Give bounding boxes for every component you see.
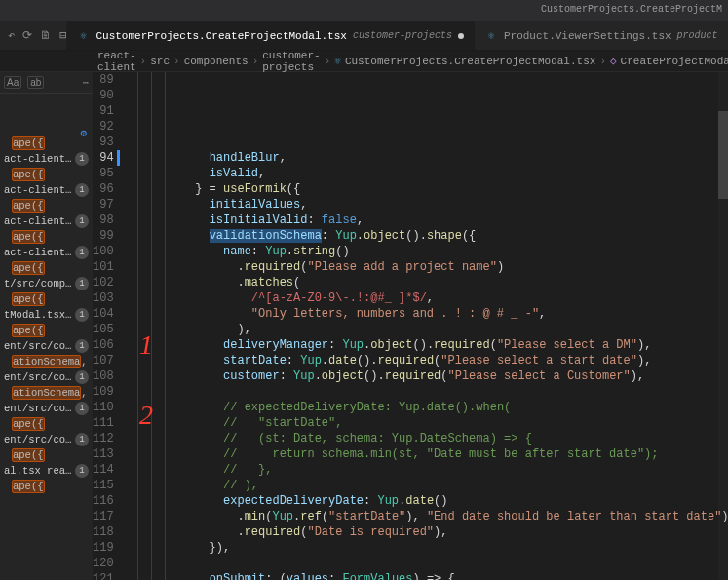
code-line[interactable]: startDate: Yup.date().required("Please s… (139, 353, 728, 368)
search-result-line[interactable]: ape({ (0, 324, 93, 337)
search-result-file[interactable]: act-client/src/…1 (0, 244, 93, 261)
search-result-file[interactable]: ent/src/comp…1 (0, 337, 93, 355)
tab-bar: ↶ ⟳ 🗎 ⊟ ⚛ CustomerProjects.CreateProject… (0, 21, 728, 51)
go-back-icon[interactable]: ↶ (8, 28, 15, 43)
window-title: CustomerProjects.CreateProjectM (0, 0, 728, 21)
search-result-line[interactable]: ape({ (0, 168, 93, 181)
more-options-icon[interactable]: ⋯ (50, 76, 89, 89)
code-line[interactable]: .matches( (139, 275, 728, 290)
search-result-line[interactable]: ationSchema, (0, 386, 93, 400)
code-line[interactable]: "Only letters, numbers and . ! : @ # _ -… (139, 306, 728, 322)
tab-label: CustomerProjects.CreateProjectModal.tsx (96, 30, 346, 42)
tab-label: Product.ViewerSettings.tsx (504, 30, 671, 42)
gear-icon[interactable]: ⚙ (81, 127, 87, 139)
code-line[interactable]: handleBlur, (139, 150, 728, 166)
code-line[interactable]: // "startDate", (139, 415, 728, 431)
code-line[interactable] (139, 384, 728, 400)
code-line[interactable]: // return schema.min(st, "Date must be a… (139, 446, 728, 462)
scrollbar-thumb[interactable] (718, 111, 728, 199)
code-area[interactable]: handleBlur, isValid, } = useFormik({ ini… (124, 72, 728, 580)
new-file-icon[interactable]: 🗎 (40, 28, 52, 43)
search-sidebar: Aa ab ⋯ ⚙ ape({act-client/src/…1ape({act… (0, 72, 93, 580)
search-result-line[interactable]: ape({ (0, 480, 93, 493)
breadcrumb-seg[interactable]: src (150, 56, 170, 67)
search-result-line[interactable]: ape({ (0, 261, 93, 275)
code-editor[interactable]: 8990919293949596979899100101102103104105… (93, 72, 728, 580)
code-line[interactable]: initialValues, (139, 197, 728, 213)
tab-actions: ↶ ⟳ 🗎 ⊟ (0, 21, 66, 50)
search-result-line[interactable]: ape({ (0, 230, 93, 244)
code-line[interactable]: isValid, (139, 166, 728, 181)
search-result-file[interactable]: act-client/src/…1 (0, 181, 93, 199)
search-result-line[interactable]: ape({ (0, 199, 93, 213)
search-result-file[interactable]: tModal.tsx r…1 (0, 306, 93, 324)
breadcrumb-seg[interactable]: react-client (97, 50, 136, 73)
dirty-indicator-icon (458, 33, 464, 39)
search-result-file[interactable]: ent/src/comp…1 (0, 400, 93, 417)
code-line[interactable]: ), (139, 322, 728, 337)
search-options: Aa ab ⋯ (0, 72, 93, 94)
search-result-file[interactable]: t/src/compon…1 (0, 275, 93, 292)
code-line[interactable]: // ), (139, 478, 728, 493)
breadcrumb-file[interactable]: CustomerProjects.CreateProjectModal.tsx (345, 56, 595, 67)
search-result-line[interactable]: ationSchema, (0, 355, 93, 368)
line-gutter: 8990919293949596979899100101102103104105… (93, 72, 124, 580)
search-result-file[interactable]: ent/src/co…1 (0, 431, 93, 448)
search-result-line[interactable]: ape({ (0, 448, 93, 462)
breadcrumb-seg[interactable]: customer-projects (262, 50, 320, 73)
code-line[interactable]: } = useFormik({ (139, 181, 728, 197)
code-line[interactable]: onSubmit: (values: FormValues) => { (139, 571, 728, 580)
code-line[interactable]: // }, (139, 462, 728, 478)
tab-folder: customer-projects (353, 30, 452, 41)
code-line[interactable] (139, 556, 728, 571)
code-line[interactable]: .required("Date is required"), (139, 524, 728, 540)
code-line[interactable]: deliveryManager: Yup.object().required("… (139, 337, 728, 353)
search-result-line[interactable]: ape({ (0, 417, 93, 431)
code-line[interactable]: // (st: Date, schema: Yup.DateSchema) =>… (139, 431, 728, 446)
code-line[interactable]: // expectedDeliveryDate: Yup.date().when… (139, 400, 728, 415)
code-line[interactable]: /^[a-zA-Z0-9\-.!:@#_ ]*$/, (139, 290, 728, 306)
react-file-icon: ⚛ (334, 55, 341, 67)
tab-folder: product (677, 30, 718, 41)
code-line[interactable]: name: Yup.string() (139, 244, 728, 259)
collapse-icon[interactable]: ⊟ (59, 28, 66, 43)
code-line[interactable]: }), (139, 540, 728, 556)
refresh-icon[interactable]: ⟳ (22, 28, 32, 43)
search-result-file[interactable]: ent/src/comp…1 (0, 368, 93, 386)
search-result-line[interactable]: ape({ (0, 292, 93, 306)
breadcrumb: react-client› src› components› customer-… (0, 51, 728, 72)
breadcrumb-seg[interactable]: components (184, 56, 249, 67)
symbol-icon: ◇ (610, 55, 617, 67)
code-line[interactable]: customer: Yup.object().required("Please … (139, 368, 728, 384)
code-line[interactable]: isInitialValid: false, (139, 213, 728, 228)
code-line[interactable]: .required("Please add a project name") (139, 259, 728, 275)
search-result-file[interactable]: act-client/src/s…1 (0, 213, 93, 230)
match-case-toggle[interactable]: Aa (4, 76, 21, 89)
search-result-file[interactable]: act-client/src/…1 (0, 150, 93, 168)
editor-scrollbar[interactable] (718, 72, 728, 580)
code-line[interactable]: expectedDeliveryDate: Yup.date() (139, 493, 728, 509)
react-file-icon: ⚛ (76, 29, 90, 43)
search-result-file[interactable]: al.tsx react-c…1 (0, 462, 93, 480)
breadcrumb-symbol[interactable]: CreateProjectModal (621, 56, 728, 67)
react-file-icon: ⚛ (484, 29, 498, 43)
code-line[interactable]: .min(Yup.ref("startDate"), "End date sho… (139, 509, 728, 524)
whole-word-toggle[interactable]: ab (27, 76, 44, 89)
tab-viewer-settings[interactable]: ⚛ Product.ViewerSettings.tsx product (475, 21, 728, 50)
code-line[interactable]: validationSchema: Yup.object().shape({ (139, 228, 728, 244)
tab-create-project-modal[interactable]: ⚛ CustomerProjects.CreateProjectModal.ts… (66, 21, 474, 50)
search-result-line[interactable]: ape({ (0, 136, 93, 150)
